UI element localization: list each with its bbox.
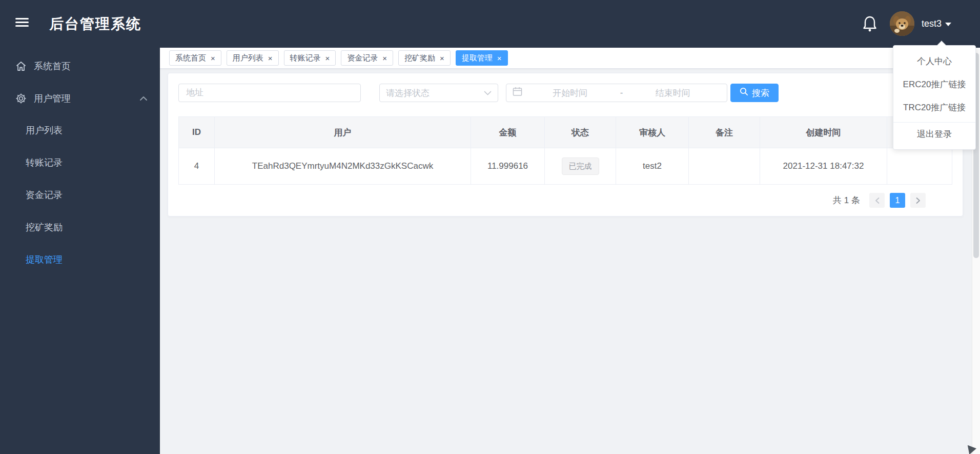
close-icon[interactable]: × bbox=[268, 54, 273, 62]
withdraw-card: 请选择状态 开始时间 - 结束时间 bbox=[168, 73, 963, 216]
chevron-left-icon bbox=[874, 197, 880, 204]
sidebar-item-withdraw-management[interactable]: 提取管理 bbox=[0, 244, 160, 276]
home-icon bbox=[15, 61, 27, 72]
app-title: 后台管理系统 bbox=[49, 14, 141, 34]
table-header-row: ID 用户 金额 状态 审核人 备注 创建时间 bbox=[179, 117, 952, 148]
tab-strip: 系统首页 × 用户列表 × 转账记录 × 资金记录 × 挖矿奖励 × 提取管理 … bbox=[160, 48, 980, 69]
main-content: 请选择状态 开始时间 - 结束时间 bbox=[160, 69, 972, 454]
col-header-user: 用户 bbox=[215, 117, 471, 148]
menu-item-trc20-link[interactable]: TRC20推广链接 bbox=[893, 96, 975, 119]
cell-extra bbox=[887, 148, 952, 185]
menu-item-profile[interactable]: 个人中心 bbox=[893, 50, 975, 73]
tab-fund-records[interactable]: 资金记录 × bbox=[341, 50, 393, 66]
status-badge: 已完成 bbox=[562, 157, 599, 174]
search-button[interactable]: 搜索 bbox=[730, 84, 779, 102]
sidebar-item-label: 用户管理 bbox=[34, 92, 139, 105]
sidebar-item-fund-records[interactable]: 资金记录 bbox=[0, 179, 160, 211]
col-header-reviewer: 审核人 bbox=[616, 117, 689, 148]
search-icon bbox=[740, 87, 748, 98]
col-header-status: 状态 bbox=[545, 117, 616, 148]
gear-icon bbox=[15, 93, 27, 104]
user-dropdown-menu: 个人中心 ERC20推广链接 TRC20推广链接 退出登录 bbox=[893, 45, 976, 150]
withdraw-table: ID 用户 金额 状态 审核人 备注 创建时间 4 TEahRd3QEYmrty… bbox=[178, 116, 952, 185]
tab-mining-rewards[interactable]: 挖矿奖励 × bbox=[398, 50, 451, 66]
cell-created-at: 2021-12-31 18:47:32 bbox=[760, 148, 887, 185]
username: test3 bbox=[922, 18, 942, 29]
sidebar-item-transfer-records[interactable]: 转账记录 bbox=[0, 147, 160, 179]
close-icon[interactable]: × bbox=[382, 54, 387, 62]
current-page-button[interactable]: 1 bbox=[890, 193, 905, 208]
status-select-placeholder: 请选择状态 bbox=[386, 87, 484, 99]
col-header-id: ID bbox=[179, 117, 215, 148]
search-button-label: 搜索 bbox=[752, 87, 769, 99]
date-start-placeholder[interactable]: 开始时间 bbox=[522, 87, 618, 99]
chevron-down-icon bbox=[484, 88, 492, 98]
col-header-created-at: 创建时间 bbox=[760, 117, 887, 148]
sidebar-item-user-management[interactable]: 用户管理 bbox=[0, 82, 160, 114]
date-end-placeholder[interactable]: 结束时间 bbox=[625, 87, 721, 99]
next-page-button[interactable] bbox=[910, 193, 926, 208]
calendar-icon bbox=[513, 87, 522, 99]
chevron-right-icon bbox=[915, 197, 921, 204]
col-header-amount: 金额 bbox=[471, 117, 545, 148]
sidebar-item-home[interactable]: 系统首页 bbox=[0, 50, 160, 82]
pagination-total: 共 1 条 bbox=[833, 194, 860, 206]
date-separator: - bbox=[618, 88, 625, 98]
cell-reviewer: test2 bbox=[616, 148, 689, 185]
menu-item-logout[interactable]: 退出登录 bbox=[893, 122, 975, 145]
tab-transfer-records[interactable]: 转账记录 × bbox=[284, 50, 336, 66]
pagination: 共 1 条 1 bbox=[178, 193, 952, 208]
user-menu-trigger[interactable]: test3 bbox=[922, 18, 951, 29]
date-range-picker[interactable]: 开始时间 - 结束时间 bbox=[506, 84, 727, 102]
close-icon[interactable]: × bbox=[497, 54, 502, 62]
close-icon[interactable]: × bbox=[325, 54, 330, 62]
user-avatar[interactable] bbox=[890, 11, 914, 36]
notification-bell-icon[interactable] bbox=[862, 15, 877, 33]
menu-item-erc20-link[interactable]: ERC20推广链接 bbox=[893, 73, 975, 96]
tab-withdraw-management[interactable]: 提取管理 × bbox=[456, 50, 508, 66]
tab-user-list[interactable]: 用户列表 × bbox=[227, 50, 279, 66]
sidebar-item-mining-rewards[interactable]: 挖矿奖励 bbox=[0, 211, 160, 244]
sidebar: 系统首页 用户管理 用户列表 转账记录 资金记录 挖矿奖励 提取管理 bbox=[0, 48, 160, 454]
close-icon[interactable]: × bbox=[211, 54, 215, 62]
chevron-up-icon bbox=[139, 93, 148, 104]
col-header-remark: 备注 bbox=[689, 117, 760, 148]
prev-page-button[interactable] bbox=[869, 193, 885, 208]
table-row: 4 TEahRd3QEYmrtyuM4N2MKd33zGkKSCacwk 11.… bbox=[179, 148, 952, 185]
app-header: 后台管理系统 test3 bbox=[0, 0, 980, 48]
sidebar-item-label: 系统首页 bbox=[34, 60, 148, 72]
tab-system-home[interactable]: 系统首页 × bbox=[169, 50, 221, 66]
caret-down-icon bbox=[945, 23, 951, 26]
sidebar-item-user-list[interactable]: 用户列表 bbox=[0, 114, 160, 147]
close-icon[interactable]: × bbox=[440, 54, 444, 62]
filter-bar: 请选择状态 开始时间 - 结束时间 bbox=[178, 84, 952, 102]
cell-id: 4 bbox=[179, 148, 215, 185]
status-select[interactable]: 请选择状态 bbox=[379, 84, 498, 102]
cell-status: 已完成 bbox=[545, 148, 616, 185]
cell-remark bbox=[689, 148, 760, 185]
hamburger-menu-icon[interactable] bbox=[15, 17, 29, 30]
address-input[interactable] bbox=[178, 84, 361, 102]
cell-user-address: TEahRd3QEYmrtyuM4N2MKd33zGkKSCacwk bbox=[215, 148, 471, 185]
cell-amount: 11.999616 bbox=[471, 148, 545, 185]
